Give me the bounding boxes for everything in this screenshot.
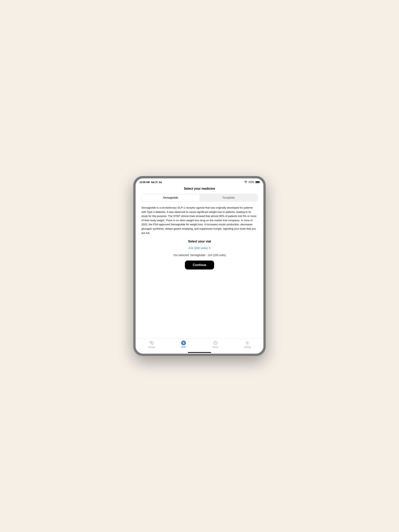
nav-item-refill[interactable]: Refill — [178, 340, 189, 348]
dosage-label: Dosage — [148, 346, 155, 348]
home-indicator — [135, 351, 264, 354]
main-content: Select your medicine Semaglutide Tirzepi… — [135, 185, 264, 338]
home-indicator-bar — [188, 352, 211, 353]
refill-icon — [181, 340, 186, 345]
page-title: Select your medicine — [142, 187, 257, 190]
status-left: 12:09 AM Sat 27 Jul — [140, 180, 162, 184]
medicine-description: Semaglutide is a revolutionary GLP-1 rec… — [142, 206, 257, 235]
battery-percent: 100% — [248, 181, 254, 184]
semaglutide-tab[interactable]: Semaglutide — [142, 194, 200, 201]
chevron-updown-icon: ⇅ — [209, 247, 211, 249]
vial-selector[interactable]: 2ml (200 units) ⇅ — [142, 246, 257, 250]
settings-label: Settings — [244, 346, 251, 348]
refill-label: Refill — [181, 346, 186, 348]
status-right: 100% — [244, 181, 259, 184]
device-screen: 12:09 AM Sat 27 Jul 100% Selec — [135, 178, 264, 354]
vial-value: 2ml (200 units) — [188, 246, 208, 250]
vial-section-title: Select your vial — [142, 240, 257, 243]
history-label: History — [212, 346, 219, 348]
tirzepatide-tab[interactable]: Tirzepitide — [200, 194, 257, 201]
nav-item-settings[interactable]: Settings — [242, 340, 253, 348]
device-frame: 12:09 AM Sat 27 Jul 100% Selec — [133, 176, 266, 356]
selected-summary: You selected: Semaglutide - 2ml (200 uni… — [142, 253, 257, 257]
dosage-icon — [149, 340, 154, 345]
svg-point-1 — [151, 343, 153, 345]
vial-dropdown[interactable]: 2ml (200 units) ⇅ — [188, 246, 210, 250]
svg-point-7 — [247, 342, 248, 343]
status-bar: 12:09 AM Sat 27 Jul 100% — [135, 178, 264, 185]
bottom-nav: Dosage Refill — [135, 338, 264, 351]
history-icon — [213, 340, 218, 345]
settings-icon — [245, 340, 250, 345]
medicine-segmented-control[interactable]: Semaglutide Tirzepitide — [142, 194, 257, 201]
continue-button[interactable]: Continue — [185, 260, 214, 270]
nav-item-dosage[interactable]: Dosage — [146, 340, 157, 348]
battery-icon — [255, 181, 259, 183]
wifi-icon — [244, 181, 247, 184]
nav-item-history[interactable]: History — [210, 340, 221, 348]
continue-button-wrapper: Continue — [142, 260, 257, 270]
status-time: 12:09 AM Sat 27 Jul — [140, 181, 162, 184]
